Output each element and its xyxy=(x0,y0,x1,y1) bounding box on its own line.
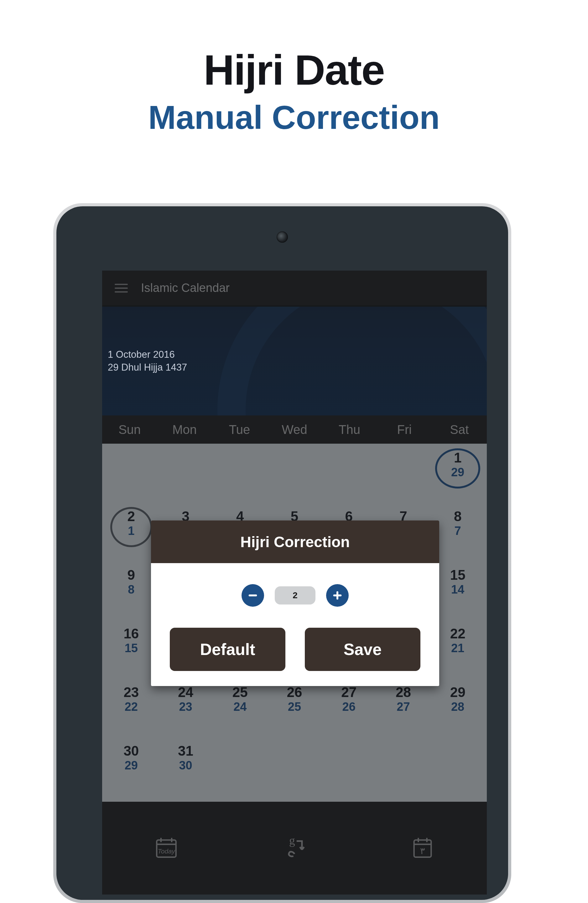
hijri-day: 28 xyxy=(451,701,464,713)
hijri-day: 25 xyxy=(288,701,301,713)
gregorian-day: 25 xyxy=(232,685,248,700)
dialog-title: Hijri Correction xyxy=(240,533,350,551)
gregorian-date: 1 October 2016 xyxy=(108,348,487,361)
hijri-day: 22 xyxy=(125,701,138,713)
gregorian-day: 24 xyxy=(178,685,193,700)
gregorian-day: 28 xyxy=(396,685,411,700)
hero-subtitle: Manual Correction xyxy=(0,101,588,134)
front-camera-icon xyxy=(277,231,288,243)
dialog-header: Hijri Correction xyxy=(151,521,439,563)
day-cell xyxy=(213,448,267,507)
svg-text:g: g xyxy=(289,835,295,847)
hijri-day: 14 xyxy=(451,584,464,596)
gregorian-day: 15 xyxy=(450,568,466,582)
svg-rect-5 xyxy=(249,595,257,596)
hero-title: Hijri Date xyxy=(0,49,588,91)
weekday-label: Mon xyxy=(157,423,212,437)
correction-stepper: 2 xyxy=(151,563,439,628)
increment-button[interactable] xyxy=(326,584,349,607)
minus-icon xyxy=(246,589,259,602)
hijri-day: 7 xyxy=(455,525,461,537)
day-cell[interactable]: 2827 xyxy=(376,683,431,741)
hijri-day: 23 xyxy=(179,701,192,713)
hijri-month-tab[interactable]: ٣ xyxy=(410,835,436,862)
weekday-label: Thu xyxy=(322,423,377,437)
gregorian-day: 27 xyxy=(341,685,356,700)
day-cell xyxy=(322,741,376,800)
weekday-label: Tue xyxy=(212,423,267,437)
default-button[interactable]: Default xyxy=(170,628,285,671)
gregorian-day: 8 xyxy=(454,509,461,524)
app-bar-title: Islamic Calendar xyxy=(141,281,230,295)
gregorian-day: 26 xyxy=(287,685,302,700)
day-cell xyxy=(104,448,158,507)
gregorian-day: 23 xyxy=(124,685,139,700)
weekday-label: Fri xyxy=(377,423,432,437)
day-cell[interactable]: 98 xyxy=(104,565,158,624)
day-cell[interactable]: 3029 xyxy=(104,741,158,800)
day-cell[interactable]: 1615 xyxy=(104,624,158,683)
tablet-bezel: Islamic Calendar 1 October 2016 29 Dhul … xyxy=(56,206,508,900)
day-cell[interactable]: 2726 xyxy=(322,683,376,741)
gregorian-day: 22 xyxy=(450,626,466,641)
weekday-label: Sun xyxy=(102,423,157,437)
decrement-button[interactable] xyxy=(241,584,264,607)
svg-text:Today: Today xyxy=(158,848,176,855)
menu-icon[interactable] xyxy=(114,284,128,293)
correction-value: 2 xyxy=(275,586,315,604)
day-cell[interactable]: 2423 xyxy=(158,683,213,741)
day-cell xyxy=(376,448,431,507)
hijri-correction-dialog: Hijri Correction 2 Default Save xyxy=(151,521,439,686)
save-button[interactable]: Save xyxy=(305,628,420,671)
svg-rect-7 xyxy=(336,592,338,600)
today-tab[interactable]: Today xyxy=(154,835,179,862)
app-bar: Islamic Calendar xyxy=(102,271,487,307)
day-cell[interactable]: 21 xyxy=(104,507,158,565)
day-cell xyxy=(376,741,431,800)
day-cell xyxy=(267,741,322,800)
gregorian-day: 29 xyxy=(450,685,466,700)
hijri-date: 29 Dhul Hijja 1437 xyxy=(108,361,487,374)
gregorian-day: 16 xyxy=(124,626,139,641)
day-cell[interactable]: 2625 xyxy=(267,683,322,741)
hijri-day: 24 xyxy=(234,701,246,713)
hijri-day: 26 xyxy=(342,701,356,713)
gregorian-day: 31 xyxy=(178,744,193,758)
gregorian-day: 9 xyxy=(127,568,135,582)
hijri-day: 15 xyxy=(125,642,138,655)
day-cell xyxy=(213,741,267,800)
dialog-actions: Default Save xyxy=(151,628,439,686)
convert-tab[interactable]: g xyxy=(282,835,307,862)
day-cell[interactable]: 3130 xyxy=(158,741,213,800)
weekday-row: SunMonTueWedThuFriSat xyxy=(102,415,487,444)
hero-header: Hijri Date Manual Correction xyxy=(0,0,588,134)
day-cell[interactable]: 2928 xyxy=(430,683,485,741)
svg-text:٣: ٣ xyxy=(420,846,425,856)
day-cell[interactable]: 129 xyxy=(430,448,485,507)
gregorian-day: 30 xyxy=(124,744,139,758)
day-cell[interactable]: 2524 xyxy=(213,683,267,741)
day-cell xyxy=(430,741,485,800)
bottom-nav: Today g ٣ xyxy=(102,802,487,895)
tablet-frame: Islamic Calendar 1 October 2016 29 Dhul … xyxy=(53,203,511,903)
hijri-day: 21 xyxy=(451,642,464,655)
app-screen: Islamic Calendar 1 October 2016 29 Dhul … xyxy=(102,271,487,895)
day-cell xyxy=(267,448,322,507)
day-cell xyxy=(158,448,213,507)
plus-icon xyxy=(331,589,343,602)
day-cell[interactable]: 2322 xyxy=(104,683,158,741)
hijri-day: 30 xyxy=(179,760,192,772)
weekday-label: Sat xyxy=(432,423,487,437)
weekday-label: Wed xyxy=(267,423,322,437)
day-cell xyxy=(322,448,376,507)
hijri-day: 27 xyxy=(397,701,410,713)
date-banner: 1 October 2016 29 Dhul Hijja 1437 xyxy=(102,307,487,415)
hijri-day: 8 xyxy=(128,584,134,596)
hijri-day: 29 xyxy=(125,760,138,772)
